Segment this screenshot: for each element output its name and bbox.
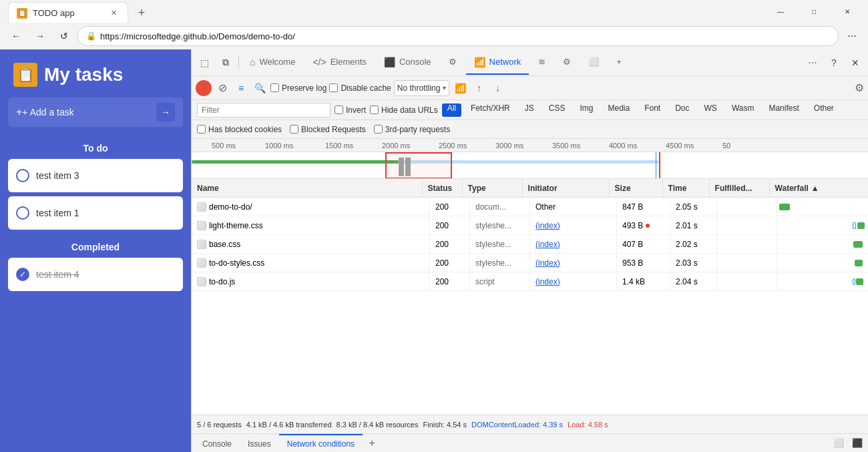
invert-checkbox[interactable]: Invert <box>335 105 366 115</box>
table-row[interactable]: ⬜ demo-to-do/ 200 docum... Other 847 B 2… <box>192 198 868 216</box>
network-settings-icon[interactable]: ⚙ <box>855 81 864 94</box>
blocked-requests-checkbox[interactable]: Blocked Requests <box>290 125 366 134</box>
dock-icon[interactable]: ⬛ <box>849 435 865 451</box>
list-item[interactable]: test item 1 <box>8 196 183 230</box>
filter-input[interactable] <box>197 103 331 118</box>
th-status[interactable]: Status <box>423 179 463 197</box>
browser-tab[interactable]: 📋 TODO app ✕ <box>8 2 128 23</box>
tab-screen[interactable]: ⬜ <box>580 51 607 75</box>
list-item[interactable]: ✓ test item 4 <box>8 258 183 291</box>
sources-tab-icon: ⚙ <box>449 57 457 67</box>
timeline-tick-2000: 2000 ms <box>382 142 410 150</box>
tab-network[interactable]: 📶 Network <box>466 51 529 75</box>
browser-more-button[interactable]: ··· <box>841 25 863 47</box>
th-type[interactable]: Type <box>463 179 523 197</box>
red-dot-icon <box>646 224 650 228</box>
waterfall-bar <box>853 241 863 248</box>
timeline-chart[interactable] <box>192 152 868 179</box>
filter-type-img[interactable]: Img <box>574 103 598 117</box>
tab-close-button[interactable]: ✕ <box>107 7 120 19</box>
initiator-link[interactable]: (index) <box>535 258 560 268</box>
tab-sources[interactable]: ⚙ <box>441 51 465 75</box>
filter-type-all[interactable]: All <box>442 103 461 117</box>
preserve-log-checkbox[interactable]: Preserve log <box>270 83 327 93</box>
bottom-tab-console[interactable]: Console <box>194 434 240 453</box>
disable-cache-checkbox[interactable]: Disable cache <box>329 83 391 93</box>
console-tab-label: Console <box>399 57 431 67</box>
row-type-icon: ⬜ <box>197 202 206 212</box>
bottom-tab-issues[interactable]: Issues <box>240 434 279 453</box>
devtools-more-button[interactable]: ··· <box>803 53 823 73</box>
network-upload-icon[interactable]: ↑ <box>471 80 487 96</box>
network-online-icon[interactable]: 📶 <box>452 80 468 96</box>
new-tab-button[interactable]: + <box>131 2 152 23</box>
address-bar[interactable]: 🔒 https://microsoftedge.github.io/Demos/… <box>77 26 839 46</box>
td-initiator: Other <box>530 198 617 216</box>
waterfall-bar <box>855 260 863 266</box>
search-button[interactable]: 🔍 <box>252 80 268 96</box>
filter-type-doc[interactable]: Doc <box>670 103 694 117</box>
table-row[interactable]: ⬜ to-do.js 200 script (index) 1.4 kB 2.0… <box>192 272 868 291</box>
filter-type-ws[interactable]: WS <box>699 103 722 117</box>
back-button[interactable]: ← <box>5 25 27 47</box>
close-button[interactable]: ✕ <box>832 0 863 23</box>
tab-welcome[interactable]: ⌂ Welcome <box>242 51 303 75</box>
initiator-link[interactable]: (index) <box>535 240 560 249</box>
hide-data-urls-checkbox[interactable]: Hide data URLs <box>370 105 438 115</box>
table-row[interactable]: ⬜ base.css 200 styleshe... (index) 407 B… <box>192 235 868 254</box>
tab-add[interactable]: + <box>608 51 630 75</box>
filter-type-manifest[interactable]: Manifest <box>763 103 804 117</box>
todo-checkbox[interactable] <box>16 206 29 220</box>
todo-checkbox-done[interactable]: ✓ <box>16 268 29 281</box>
clear-button[interactable]: ⊘ <box>214 80 230 96</box>
th-time[interactable]: Time <box>663 179 710 197</box>
add-task-button[interactable]: + + Add a task → <box>8 97 183 127</box>
filter-type-js[interactable]: JS <box>519 103 539 117</box>
tab-settings[interactable]: ⚙ <box>555 51 579 75</box>
tab-performance[interactable]: ≋ <box>530 51 554 75</box>
network-download-icon[interactable]: ↓ <box>489 80 505 96</box>
filter-type-font[interactable]: Font <box>639 103 666 117</box>
todo-app-icon: 📋 <box>13 63 37 87</box>
th-waterfall[interactable]: Waterfall ▲ <box>770 179 868 197</box>
th-fulfilled[interactable]: Fulfilled... <box>710 179 770 197</box>
timeline-area[interactable]: 500 ms 1000 ms 1500 ms 2000 ms 2500 ms 3… <box>192 139 868 179</box>
initiator-link[interactable]: (index) <box>535 277 560 286</box>
th-initiator[interactable]: Initiator <box>523 179 610 197</box>
filter-type-fetch-xhr[interactable]: Fetch/XHR <box>465 103 515 117</box>
element-picker-button[interactable]: ⬚ <box>194 53 214 73</box>
preserve-log-label: Preserve log <box>282 83 327 93</box>
has-blocked-cookies-checkbox[interactable]: Has blocked cookies <box>197 125 282 134</box>
record-button[interactable] <box>196 80 212 96</box>
filter-type-css[interactable]: CSS <box>544 103 571 117</box>
reload-button[interactable]: ↺ <box>53 25 75 47</box>
tab-elements[interactable]: </> Elements <box>304 51 374 75</box>
bottom-tab-add-button[interactable]: + <box>363 434 381 453</box>
th-size[interactable]: Size <box>610 179 663 197</box>
throttling-dropdown[interactable]: No throttling ▾ <box>394 80 450 96</box>
bottom-tab-network-conditions[interactable]: Network conditions <box>279 434 363 453</box>
maximize-button[interactable]: □ <box>799 0 829 23</box>
initiator-link[interactable]: (index) <box>535 221 560 230</box>
devtools-help-button[interactable]: ? <box>824 53 844 73</box>
filter-type-wasm[interactable]: Wasm <box>726 103 760 117</box>
td-time: 2.05 s <box>670 198 717 216</box>
table-row[interactable]: ⬜ to-do-styles.css 200 styleshe... (inde… <box>192 254 868 272</box>
tab-console[interactable]: ⬛ Console <box>376 51 439 75</box>
third-party-checkbox[interactable]: 3rd-party requests <box>374 125 450 134</box>
todo-checkbox[interactable] <box>16 169 29 182</box>
add-task-arrow-icon: → <box>156 103 175 122</box>
undock-icon[interactable]: ⬜ <box>831 435 847 451</box>
device-emulation-button[interactable]: ⧉ <box>216 53 236 73</box>
network-tab-icon: 📶 <box>474 57 485 67</box>
filter-button[interactable]: ≡ <box>233 80 249 96</box>
th-name[interactable]: Name <box>192 179 423 197</box>
table-row[interactable]: ⬜ light-theme.css 200 styleshe... (index… <box>192 216 868 235</box>
filter-type-media[interactable]: Media <box>602 103 635 117</box>
devtools-close-button[interactable]: ✕ <box>845 53 865 73</box>
minimize-button[interactable]: — <box>765 0 796 23</box>
filter-type-other[interactable]: Other <box>809 103 839 117</box>
forward-button[interactable]: → <box>29 25 51 47</box>
list-item[interactable]: test item 3 <box>8 159 183 192</box>
td-waterfall <box>777 254 868 272</box>
